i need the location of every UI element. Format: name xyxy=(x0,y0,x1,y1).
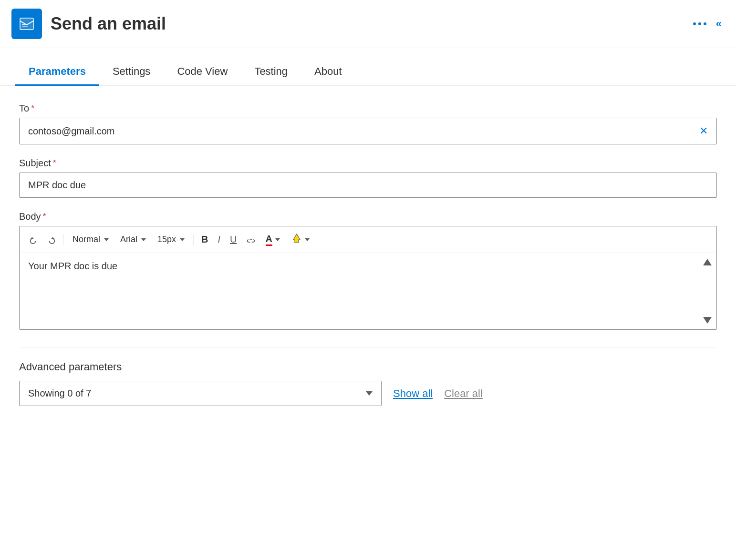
app-icon xyxy=(11,9,42,39)
toolbar-sep-1 xyxy=(63,234,64,245)
size-dropdown[interactable]: 15px xyxy=(153,232,189,247)
advanced-row: Showing 0 of 7 Show all Clear all xyxy=(19,381,717,406)
style-label: Normal xyxy=(73,234,100,244)
advanced-parameters-title: Advanced parameters xyxy=(19,361,717,373)
body-label: Body * xyxy=(19,211,717,222)
underline-button[interactable]: U xyxy=(226,231,240,248)
toolbar-sep-2 xyxy=(193,234,194,245)
body-text: Your MPR doc is due xyxy=(28,261,117,271)
subject-label: Subject * xyxy=(19,158,717,169)
to-clear-icon[interactable]: ✕ xyxy=(699,125,708,137)
font-color-icon: A xyxy=(266,234,272,246)
style-chevron-icon xyxy=(104,238,109,241)
header-actions: « xyxy=(693,18,721,30)
collapse-button[interactable]: « xyxy=(716,18,721,30)
undo-button[interactable] xyxy=(25,233,41,247)
svg-rect-3 xyxy=(22,24,26,25)
svg-marker-5 xyxy=(293,234,300,243)
show-all-button[interactable]: Show all xyxy=(393,387,433,400)
to-input[interactable] xyxy=(28,126,699,137)
tab-code-view[interactable]: Code View xyxy=(164,58,241,85)
size-chevron-icon xyxy=(180,238,185,241)
to-input-wrapper: ✕ xyxy=(19,118,717,144)
body-required-star: * xyxy=(43,212,46,222)
font-color-button[interactable]: A xyxy=(261,231,285,249)
svg-rect-4 xyxy=(22,26,28,27)
subject-input-wrapper xyxy=(19,173,717,198)
editor-content-area[interactable]: Your MPR doc is due xyxy=(20,253,716,329)
underline-label: U xyxy=(230,234,237,245)
tab-settings[interactable]: Settings xyxy=(99,58,164,85)
advanced-parameters-section: Advanced parameters Showing 0 of 7 Show … xyxy=(19,361,717,406)
style-dropdown[interactable]: Normal xyxy=(68,232,114,247)
advanced-dropdown[interactable]: Showing 0 of 7 xyxy=(19,381,382,406)
to-required-star: * xyxy=(31,103,34,113)
tab-testing[interactable]: Testing xyxy=(241,58,301,85)
advanced-dropdown-chevron-icon xyxy=(366,391,373,396)
to-label: To * xyxy=(19,103,717,114)
header-left: Send an email xyxy=(11,9,166,39)
advanced-dropdown-value: Showing 0 of 7 xyxy=(28,388,91,399)
body-field-group: Body * Normal xyxy=(19,211,717,330)
highlight-icon xyxy=(291,233,302,246)
font-chevron-icon xyxy=(141,238,146,241)
highlight-button[interactable] xyxy=(287,230,314,249)
more-options-button[interactable] xyxy=(693,22,706,25)
subject-required-star: * xyxy=(53,158,56,168)
font-color-chevron-icon xyxy=(275,238,280,241)
link-button[interactable] xyxy=(243,233,259,247)
clear-all-button[interactable]: Clear all xyxy=(444,387,483,400)
subject-field-group: Subject * xyxy=(19,158,717,198)
body-editor: Normal Arial 15px B xyxy=(19,226,717,330)
tab-parameters[interactable]: Parameters xyxy=(15,58,99,85)
size-label: 15px xyxy=(157,234,176,244)
tab-bar: Parameters Settings Code View Testing Ab… xyxy=(0,58,736,86)
scroll-down-icon[interactable] xyxy=(703,317,712,324)
highlight-chevron-icon xyxy=(305,238,310,241)
italic-button[interactable]: I xyxy=(214,231,225,248)
to-field-group: To * ✕ xyxy=(19,103,717,144)
section-divider xyxy=(19,347,717,347)
header: Send an email « xyxy=(0,0,736,48)
editor-toolbar: Normal Arial 15px B xyxy=(20,226,716,253)
scroll-up-icon[interactable] xyxy=(703,259,712,265)
page-title: Send an email xyxy=(51,14,166,34)
svg-rect-1 xyxy=(20,18,33,30)
subject-input[interactable] xyxy=(28,180,708,191)
tab-about[interactable]: About xyxy=(301,58,355,85)
main-content: To * ✕ Subject * Body * xyxy=(0,86,736,423)
font-label: Arial xyxy=(120,234,137,244)
bold-button[interactable]: B xyxy=(197,231,212,248)
redo-button[interactable] xyxy=(43,233,60,247)
font-dropdown[interactable]: Arial xyxy=(115,232,151,247)
